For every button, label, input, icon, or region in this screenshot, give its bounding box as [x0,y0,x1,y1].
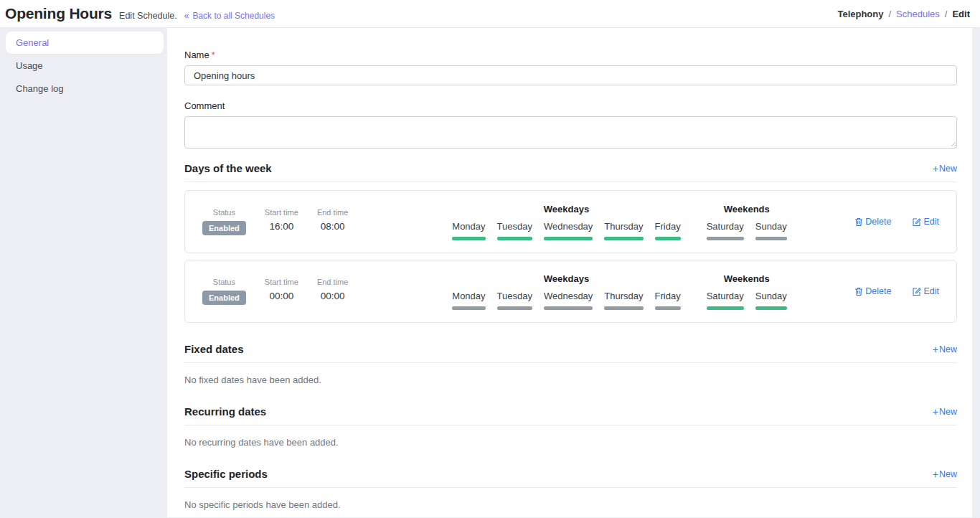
row-actions: Delete Edit [854,217,939,227]
new-label: New [939,469,957,479]
day-tuesday: Tuesday [497,221,532,240]
start-time-column: Start time 16:00 [265,208,298,232]
weekdays-row: Monday Tuesday Wednesday [452,221,680,240]
back-link[interactable]: « Back to all Schedules [184,11,275,21]
day-name: Monday [452,291,485,301]
breadcrumb-current: Edit [952,9,970,19]
weekends-group: Weekends Saturday Sunday [707,273,787,310]
trash-icon [854,217,863,227]
page-subtitle: Edit Schedule. [119,11,177,21]
day-saturday: Saturday [707,221,744,240]
end-time-label: End time [317,278,348,286]
sidebar-item-change-log[interactable]: Change log [0,77,167,100]
row-meta: Status Enabled Start time 16:00 End time… [202,208,348,235]
specific-periods-empty-text: No specific periods have been added. [184,499,957,510]
header-left: Opening Hours Edit Schedule. « Back to a… [5,5,275,22]
day-name: Friday [655,221,681,232]
comment-textarea[interactable] [184,116,957,149]
day-name: Monday [452,221,485,232]
days-section-title: Days of the week [184,162,272,174]
day-status-bar [755,306,787,310]
day-status-bar [544,237,593,240]
sidebar-item-usage[interactable]: Usage [0,55,167,77]
day-tuesday: Tuesday [497,291,532,310]
status-badge: Enabled [202,291,246,305]
page-header: Opening Hours Edit Schedule. « Back to a… [0,0,980,28]
end-time-value: 00:00 [321,291,345,301]
day-name: Wednesday [544,221,593,232]
row-meta: Status Enabled Start time 00:00 End time… [202,278,348,305]
breadcrumb: Telephony / Schedules / Edit [837,9,970,19]
day-status-bar [707,306,744,310]
edit-button[interactable]: Edit [913,286,939,296]
day-status-bar [604,306,643,310]
back-chevrons-icon: « [184,11,189,21]
day-sunday: Sunday [755,291,787,310]
fixed-dates-section: Fixed dates + New No fixed dates have be… [184,343,957,385]
day-name: Tuesday [497,221,532,232]
specific-periods-new-button[interactable]: + New [933,469,957,479]
weekdays-title: Weekdays [452,273,680,284]
day-sunday: Sunday [755,221,787,240]
edit-icon [913,217,921,227]
start-time-label: Start time [265,278,298,286]
start-time-value: 00:00 [269,291,293,301]
day-name: Thursday [604,291,643,301]
weekends-title: Weekends [707,273,787,284]
day-friday: Friday [655,291,681,310]
plus-icon: + [933,469,938,479]
schedule-row: Status Enabled Start time 00:00 End time… [184,260,957,323]
required-asterisk: * [212,50,215,60]
day-name: Saturday [707,221,744,232]
days-new-button[interactable]: + New [933,164,957,174]
weekdays-title: Weekdays [452,204,680,215]
specific-periods-section: Specific periods + New No specific perio… [184,468,957,510]
new-label: New [939,344,957,354]
status-column: Status Enabled [202,208,246,235]
comment-textarea-wrap [184,116,957,149]
day-friday: Friday [655,221,681,240]
edit-label: Edit [923,217,939,227]
sidebar-item-general[interactable]: General [6,32,164,54]
edit-button[interactable]: Edit [913,217,939,227]
fixed-dates-empty-text: No fixed dates have been added. [184,375,957,385]
end-time-column: End time 00:00 [317,278,348,301]
day-monday: Monday [452,291,485,310]
recurring-dates-empty-text: No recurring dates have been added. [184,437,957,448]
plus-icon: + [933,164,938,174]
weekdays-group: Weekdays Monday Tuesday Wednes [452,204,680,240]
start-time-label: Start time [265,208,298,217]
delete-button[interactable]: Delete [854,286,891,296]
comment-label: Comment [184,100,957,111]
recurring-dates-new-button[interactable]: + New [933,407,957,417]
new-label: New [939,164,957,174]
day-status-bar [544,306,593,310]
day-name: Wednesday [544,291,593,301]
specific-periods-title: Specific periods [184,468,268,480]
specific-periods-head: Specific periods + New [184,468,957,480]
day-wednesday: Wednesday [544,291,593,310]
day-name: Saturday [707,291,744,301]
plus-icon: + [933,407,938,417]
section-divider [184,182,957,182]
days-of-week-section: Days of the week + New Status Enabled St… [184,162,957,323]
weekends-row: Saturday Sunday [707,221,787,240]
recurring-dates-head: Recurring dates + New [184,405,957,418]
delete-button[interactable]: Delete [854,217,891,227]
edit-label: Edit [923,286,939,296]
end-time-value: 08:00 [321,221,345,232]
breadcrumb-schedules-link[interactable]: Schedules [896,9,940,19]
day-groups: Weekdays Monday Tuesday Wednes [452,204,787,240]
fixed-dates-new-button[interactable]: + New [933,344,957,354]
end-time-column: End time 08:00 [317,208,348,232]
days-section-head: Days of the week + New [184,162,957,174]
back-link-label: Back to all Schedules [192,11,275,21]
day-status-bar [707,237,744,240]
start-time-column: Start time 00:00 [265,278,298,301]
delete-label: Delete [865,217,891,227]
delete-label: Delete [865,286,891,296]
name-input[interactable] [184,65,957,85]
day-thursday: Thursday [604,221,643,240]
day-status-bar [655,237,681,240]
fixed-dates-head: Fixed dates + New [184,343,957,355]
